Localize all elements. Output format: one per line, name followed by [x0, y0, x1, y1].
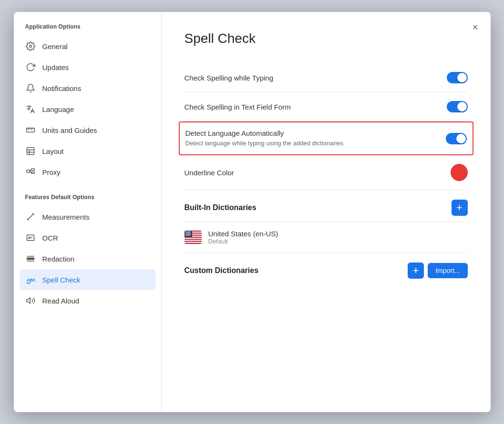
refresh-icon [25, 62, 36, 72]
svg-point-43 [187, 234, 188, 235]
check-spelling-form-toggle[interactable] [447, 101, 468, 112]
svg-rect-1 [26, 128, 34, 132]
built-in-dict-header: Built-In Dictionaries + [185, 190, 468, 222]
us-flag-icon [185, 231, 202, 244]
check-spelling-form-row: Check Spelling in Text Field Form [185, 92, 468, 121]
page-title: Spell Check [185, 31, 468, 46]
svg-marker-26 [26, 298, 30, 303]
dict-sub: Default [208, 238, 278, 245]
svg-text:A: A [28, 237, 30, 240]
measure-icon [25, 212, 36, 222]
svg-point-40 [187, 232, 188, 233]
sidebar-label-readaloud: Read Aloud [42, 297, 80, 305]
app-options-heading: Application Options [14, 23, 161, 36]
detect-language-title: Detect Language Automatically [185, 129, 446, 137]
svg-point-39 [186, 232, 187, 233]
sidebar-item-readaloud[interactable]: Read Aloud [14, 290, 161, 311]
sidebar-label-updates: Updates [42, 63, 69, 71]
sidebar-item-general[interactable]: General [14, 36, 161, 57]
svg-rect-22 [27, 258, 34, 259]
speaker-icon [25, 295, 36, 306]
svg-point-37 [188, 232, 189, 232]
add-built-in-dict-button[interactable]: + [452, 200, 468, 216]
bell-icon [25, 83, 36, 93]
sidebar-label-proxy: Proxy [42, 168, 61, 176]
underline-color-row: Underline Color [185, 155, 468, 190]
sidebar-label-notifications: Notifications [42, 84, 82, 92]
sidebar-label-spellcheck: Spell Check [42, 276, 81, 284]
custom-dict-header: Custom Dictionaries + Import... [185, 253, 468, 284]
translate-icon [25, 104, 36, 114]
svg-rect-33 [185, 242, 202, 243]
sidebar-label-language: Language [42, 105, 74, 113]
sidebar-label-ocr: OCR [42, 234, 58, 242]
svg-point-47 [187, 235, 188, 236]
add-custom-dict-button[interactable]: + [408, 262, 424, 279]
sidebar-item-units[interactable]: Units and Guides [14, 120, 161, 141]
check-spelling-typing-toggle[interactable] [447, 72, 468, 83]
built-in-dict-title: Built-In Dictionaries [185, 203, 257, 212]
sidebar-label-layout: Layout [42, 147, 64, 155]
sidebar: Application Options General Updates [14, 12, 162, 412]
sidebar-item-measurements[interactable]: Measurements [14, 206, 161, 227]
svg-rect-6 [27, 148, 34, 155]
abc-icon: ABC [25, 274, 36, 285]
gear-icon [25, 41, 36, 51]
svg-point-41 [189, 232, 190, 233]
svg-text:ABC: ABC [26, 278, 35, 283]
detect-language-row: Detect Language Automatically Detect lan… [179, 121, 473, 155]
svg-point-38 [190, 232, 191, 232]
svg-rect-10 [26, 170, 30, 172]
sidebar-item-redaction[interactable]: Redaction [14, 248, 161, 269]
sidebar-item-updates[interactable]: Updates [14, 57, 161, 78]
sidebar-item-spellcheck[interactable]: ABC Spell Check [20, 269, 155, 290]
ocr-icon: A [25, 232, 36, 243]
dict-name: United States (en-US) [208, 230, 278, 238]
detect-language-toggle[interactable] [446, 133, 467, 144]
layout-icon [25, 146, 36, 156]
proxy-icon [25, 167, 36, 177]
features-heading: Features Default Options [14, 194, 161, 206]
sidebar-item-ocr[interactable]: A OCR [14, 227, 161, 248]
redact-icon [25, 253, 36, 264]
svg-line-15 [28, 214, 33, 220]
sidebar-item-proxy[interactable]: Proxy [14, 162, 161, 182]
close-button[interactable]: × [468, 20, 483, 35]
modal-dialog: × Application Options General Updates [14, 12, 491, 412]
sidebar-label-units: Units and Guides [42, 126, 97, 134]
svg-point-42 [185, 234, 186, 235]
svg-point-45 [190, 234, 191, 235]
underline-color-label: Underline Color [185, 169, 451, 177]
svg-point-48 [189, 235, 190, 236]
import-button[interactable]: Import... [428, 263, 467, 278]
svg-rect-11 [31, 169, 34, 170]
svg-point-44 [188, 234, 189, 235]
ruler-icon [25, 125, 36, 135]
svg-rect-32 [185, 240, 202, 241]
svg-rect-12 [31, 172, 34, 173]
sidebar-label-measurements: Measurements [42, 213, 90, 221]
svg-rect-31 [185, 238, 202, 239]
underline-color-swatch[interactable] [451, 164, 468, 181]
svg-point-35 [185, 232, 186, 232]
sidebar-item-layout[interactable]: Layout [14, 141, 161, 162]
modal-overlay: × Application Options General Updates [0, 0, 504, 424]
svg-point-36 [187, 232, 188, 232]
sidebar-label-redaction: Redaction [42, 255, 75, 263]
detect-language-desc: Detect language while typing using the a… [185, 139, 386, 148]
main-content: Spell Check Check Spelling while Typing … [162, 12, 491, 412]
check-spelling-typing-row: Check Spelling while Typing [185, 63, 468, 92]
dictionary-item-en-us: United States (en-US) Default [185, 222, 468, 253]
svg-point-0 [29, 45, 31, 48]
sidebar-label-general: General [42, 42, 68, 50]
check-spelling-typing-label: Check Spelling while Typing [185, 74, 447, 82]
check-spelling-form-label: Check Spelling in Text Field Form [185, 103, 447, 111]
custom-dict-title: Custom Dictionaries [185, 266, 259, 275]
sidebar-item-notifications[interactable]: Notifications [14, 78, 161, 99]
svg-point-46 [186, 235, 187, 236]
sidebar-item-language[interactable]: Language [14, 99, 161, 120]
